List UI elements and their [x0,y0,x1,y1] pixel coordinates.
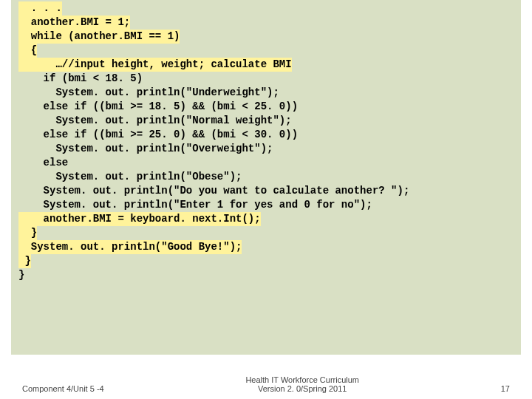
footer-center: Health IT Workforce Curriculum Version 2… [104,375,501,393]
slide-footer: Component 4/Unit 5 -4 Health IT Workforc… [0,375,532,393]
code-line: System. out. println("Normal weight"); [18,115,292,126]
code-line: else if ((bmi >= 25. 0) && (bmi < 30. 0)… [18,129,298,140]
code-line: System. out. println("Underweight"); [18,86,279,98]
code-line: …//input height, weight; calculate BMI [18,58,292,72]
code-line: else [18,157,68,168]
code-line: while (another.BMI == 1) [18,30,180,44]
code-line: System. out. println("Obese"); [18,171,242,183]
code-block: . . . another.BMI = 1; while (another.BM… [11,0,521,355]
code-line: another.BMI = keyboard. next.Int(); [18,212,261,226]
page-number: 17 [501,384,510,393]
code-line: if (bmi < 18. 5) [18,72,143,84]
code-line: } [18,254,31,268]
code-line: System. out. println("Overweight"); [18,143,273,154]
code-line: System. out. println("Do you want to cal… [18,185,409,197]
code-line: else if ((bmi >= 18. 5) && (bmi < 25. 0)… [18,100,298,112]
code-line: . . . [18,1,62,16]
code-line: } [18,226,37,240]
footer-center-line2: Version 2. 0/Spring 2011 [104,384,501,393]
code-line: another.BMI = 1; [18,16,130,30]
footer-center-line1: Health IT Workforce Curriculum [104,375,501,384]
code-line: System. out. println("Enter 1 for yes an… [18,199,372,211]
code-line: System. out. println("Good Bye!"); [18,240,242,254]
code-line: { [18,44,37,58]
code-line: } [18,269,24,281]
footer-left: Component 4/Unit 5 -4 [22,384,104,393]
